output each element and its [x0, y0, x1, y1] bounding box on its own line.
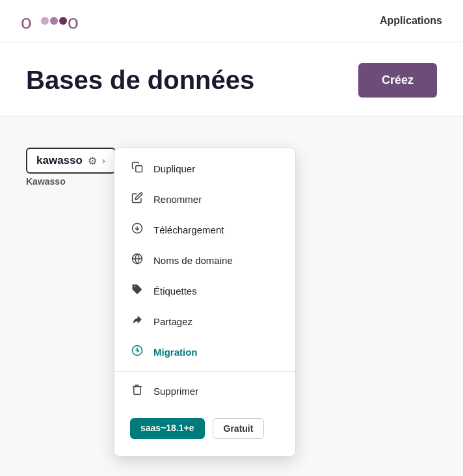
- dropdown-item-dupliquer[interactable]: Dupliquer: [114, 153, 295, 184]
- partagez-label: Partagez: [153, 316, 192, 327]
- trash-icon: [130, 384, 144, 399]
- renommer-label: Renommer: [153, 194, 202, 205]
- database-card[interactable]: kawasso ⚙ ›: [26, 148, 116, 174]
- dropdown-item-telechargement[interactable]: Téléchargement: [114, 215, 295, 245]
- page-title: Bases de données: [26, 66, 254, 95]
- dropdown-item-renommer[interactable]: Renommer: [114, 184, 295, 215]
- odoo-logo[interactable]: o o: [21, 8, 92, 34]
- odoo-logo-svg: o o: [21, 8, 92, 34]
- chevron-right-icon: ›: [102, 155, 105, 166]
- svg-text:o: o: [68, 11, 79, 33]
- dropdown-item-migration[interactable]: Migration: [114, 337, 295, 367]
- settings-icon[interactable]: ⚙: [88, 155, 97, 167]
- svg-point-2: [50, 17, 58, 25]
- database-name: kawasso: [36, 154, 83, 167]
- share-icon: [130, 314, 144, 329]
- supprimer-label: Supprimer: [153, 386, 198, 397]
- divider: [0, 116, 463, 116]
- dropdown-item-supprimer[interactable]: Supprimer: [114, 376, 295, 406]
- download-icon: [130, 222, 144, 237]
- migration-icon: [130, 345, 144, 360]
- edit-icon: [130, 192, 144, 207]
- dropdown-item-partagez[interactable]: Partagez: [114, 306, 295, 337]
- dupliquer-label: Dupliquer: [153, 163, 195, 174]
- dropdown-item-noms-domaine[interactable]: Noms de domaine: [114, 245, 295, 276]
- dropdown-item-etiquettes[interactable]: Étiquettes: [114, 276, 295, 306]
- noms-domaine-label: Noms de domaine: [153, 255, 233, 266]
- svg-point-1: [41, 17, 49, 25]
- content-area: kawasso ⚙ › Kawasso Dupliquer Renommer: [0, 132, 463, 187]
- free-badge[interactable]: Gratuit: [213, 418, 265, 439]
- svg-text:o: o: [21, 11, 32, 33]
- applications-link[interactable]: Applications: [380, 15, 442, 27]
- svg-point-10: [136, 349, 139, 352]
- version-badge[interactable]: saas~18.1+e: [130, 418, 205, 439]
- svg-rect-5: [136, 166, 142, 172]
- tag-icon: [130, 284, 144, 298]
- svg-point-3: [59, 17, 67, 25]
- create-button[interactable]: Créez: [358, 63, 437, 98]
- telechargement-label: Téléchargement: [153, 224, 224, 235]
- header: o o Applications: [0, 0, 463, 42]
- migration-label: Migration: [153, 347, 198, 358]
- badge-area: saas~18.1+e Gratuit: [114, 406, 295, 451]
- etiquettes-label: Étiquettes: [153, 285, 197, 297]
- page-title-area: Bases de données Créez: [0, 42, 463, 116]
- globe-icon: [130, 253, 144, 268]
- dropdown-menu: Dupliquer Renommer Téléchargement: [114, 148, 296, 456]
- menu-divider: [114, 371, 295, 372]
- copy-icon: [130, 161, 144, 176]
